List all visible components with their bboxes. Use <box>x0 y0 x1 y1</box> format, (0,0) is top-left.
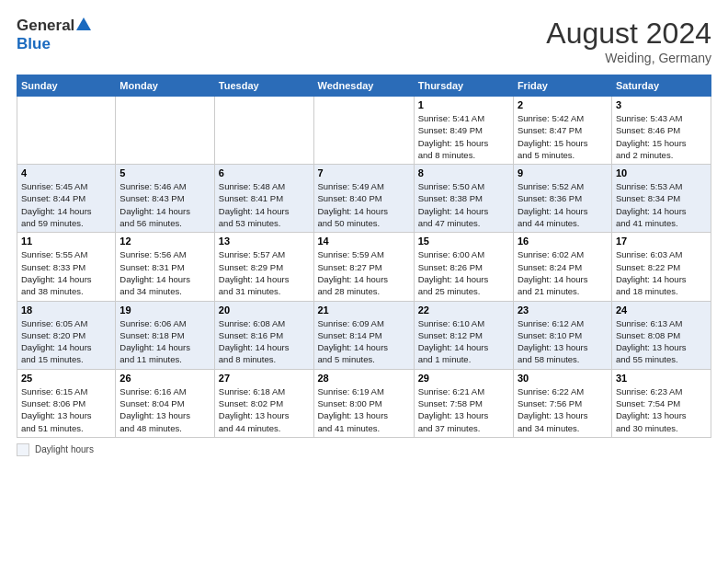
calendar-week-row: 18Sunrise: 6:05 AMSunset: 8:20 PMDayligh… <box>17 301 711 369</box>
day-info: Sunrise: 5:49 AMSunset: 8:40 PMDaylight:… <box>318 180 410 229</box>
day-info: Sunrise: 6:22 AMSunset: 7:56 PMDaylight:… <box>518 385 608 434</box>
calendar-day-header: Friday <box>513 75 611 97</box>
day-number: 4 <box>21 167 111 178</box>
calendar-cell: 20Sunrise: 6:08 AMSunset: 8:16 PMDayligh… <box>214 301 313 369</box>
calendar-cell: 28Sunrise: 6:19 AMSunset: 8:00 PMDayligh… <box>313 369 414 437</box>
calendar-cell: 7Sunrise: 5:49 AMSunset: 8:40 PMDaylight… <box>313 165 414 233</box>
day-number: 24 <box>616 304 707 316</box>
header: General Blue August 2024 Weiding, German… <box>17 17 711 65</box>
day-info: Sunrise: 5:52 AMSunset: 8:36 PMDaylight:… <box>518 180 608 229</box>
calendar-week-row: 4Sunrise: 5:45 AMSunset: 8:44 PMDaylight… <box>17 165 711 233</box>
day-info: Sunrise: 5:50 AMSunset: 8:38 PMDaylight:… <box>418 180 509 229</box>
calendar-cell: 8Sunrise: 5:50 AMSunset: 8:38 PMDaylight… <box>414 165 513 233</box>
day-number: 14 <box>318 236 410 247</box>
day-number: 11 <box>21 236 111 247</box>
calendar-day-header: Saturday <box>611 75 711 97</box>
day-number: 17 <box>616 236 707 247</box>
day-info: Sunrise: 6:09 AMSunset: 8:14 PMDaylight:… <box>318 317 410 366</box>
calendar-cell: 11Sunrise: 5:55 AMSunset: 8:33 PMDayligh… <box>17 233 116 301</box>
calendar-cell: 15Sunrise: 6:00 AMSunset: 8:26 PMDayligh… <box>414 233 513 301</box>
day-info: Sunrise: 6:10 AMSunset: 8:12 PMDaylight:… <box>418 317 509 366</box>
calendar-cell: 14Sunrise: 5:59 AMSunset: 8:27 PMDayligh… <box>313 233 414 301</box>
calendar-cell: 23Sunrise: 6:12 AMSunset: 8:10 PMDayligh… <box>513 301 611 369</box>
calendar-cell: 26Sunrise: 6:16 AMSunset: 8:04 PMDayligh… <box>116 369 214 437</box>
day-info: Sunrise: 6:15 AMSunset: 8:06 PMDaylight:… <box>21 385 111 434</box>
calendar-cell: 2Sunrise: 5:42 AMSunset: 8:47 PMDaylight… <box>513 97 611 165</box>
calendar-cell: 12Sunrise: 5:56 AMSunset: 8:31 PMDayligh… <box>116 233 214 301</box>
calendar-cell: 4Sunrise: 5:45 AMSunset: 8:44 PMDaylight… <box>17 165 116 233</box>
day-number: 18 <box>21 304 111 316</box>
footer: Daylight hours <box>17 443 711 456</box>
day-info: Sunrise: 5:56 AMSunset: 8:31 PMDaylight:… <box>119 248 210 297</box>
calendar-cell: 21Sunrise: 6:09 AMSunset: 8:14 PMDayligh… <box>313 301 414 369</box>
day-number: 13 <box>219 236 310 247</box>
day-number: 27 <box>219 373 310 384</box>
calendar-cell <box>313 97 414 165</box>
logo-icon <box>76 17 91 32</box>
day-info: Sunrise: 5:45 AMSunset: 8:44 PMDaylight:… <box>21 180 111 229</box>
logo: General Blue <box>17 17 91 53</box>
calendar-cell: 24Sunrise: 6:13 AMSunset: 8:08 PMDayligh… <box>611 301 711 369</box>
calendar-cell: 1Sunrise: 5:41 AMSunset: 8:49 PMDaylight… <box>414 97 513 165</box>
daylight-box <box>17 443 29 456</box>
calendar-week-row: 11Sunrise: 5:55 AMSunset: 8:33 PMDayligh… <box>17 233 711 301</box>
day-number: 15 <box>418 236 509 247</box>
calendar-day-header: Thursday <box>414 75 513 97</box>
day-info: Sunrise: 5:55 AMSunset: 8:33 PMDaylight:… <box>21 248 111 297</box>
title-block: August 2024 Weiding, Germany <box>546 17 711 65</box>
calendar-cell: 3Sunrise: 5:43 AMSunset: 8:46 PMDaylight… <box>611 97 711 165</box>
calendar-day-header: Monday <box>116 75 214 97</box>
day-info: Sunrise: 5:59 AMSunset: 8:27 PMDaylight:… <box>318 248 410 297</box>
logo-blue-text: Blue <box>17 35 51 52</box>
day-info: Sunrise: 6:19 AMSunset: 8:00 PMDaylight:… <box>318 385 410 434</box>
day-number: 7 <box>318 167 410 178</box>
day-number: 9 <box>518 167 608 178</box>
calendar-cell: 5Sunrise: 5:46 AMSunset: 8:43 PMDaylight… <box>116 165 214 233</box>
day-number: 2 <box>518 99 608 110</box>
calendar-day-header: Tuesday <box>214 75 313 97</box>
calendar-cell: 27Sunrise: 6:18 AMSunset: 8:02 PMDayligh… <box>214 369 313 437</box>
day-number: 1 <box>418 99 509 110</box>
day-number: 22 <box>418 304 509 316</box>
calendar-table: SundayMondayTuesdayWednesdayThursdayFrid… <box>17 75 711 438</box>
day-number: 26 <box>119 373 210 384</box>
day-info: Sunrise: 5:57 AMSunset: 8:29 PMDaylight:… <box>219 248 310 297</box>
calendar-day-header: Wednesday <box>313 75 414 97</box>
day-info: Sunrise: 6:03 AMSunset: 8:22 PMDaylight:… <box>616 248 707 297</box>
calendar-cell: 22Sunrise: 6:10 AMSunset: 8:12 PMDayligh… <box>414 301 513 369</box>
day-number: 29 <box>418 373 509 384</box>
calendar-cell <box>17 97 116 165</box>
day-info: Sunrise: 6:08 AMSunset: 8:16 PMDaylight:… <box>219 317 310 366</box>
calendar-cell: 16Sunrise: 6:02 AMSunset: 8:24 PMDayligh… <box>513 233 611 301</box>
day-info: Sunrise: 5:43 AMSunset: 8:46 PMDaylight:… <box>616 112 707 161</box>
calendar-cell: 9Sunrise: 5:52 AMSunset: 8:36 PMDaylight… <box>513 165 611 233</box>
day-info: Sunrise: 6:00 AMSunset: 8:26 PMDaylight:… <box>418 248 509 297</box>
day-number: 3 <box>616 99 707 110</box>
logo-general-text: General <box>17 17 74 35</box>
calendar-cell: 6Sunrise: 5:48 AMSunset: 8:41 PMDaylight… <box>214 165 313 233</box>
day-number: 16 <box>518 236 608 247</box>
day-info: Sunrise: 6:13 AMSunset: 8:08 PMDaylight:… <box>616 317 707 366</box>
day-number: 23 <box>518 304 608 316</box>
calendar-cell: 25Sunrise: 6:15 AMSunset: 8:06 PMDayligh… <box>17 369 116 437</box>
calendar-week-row: 1Sunrise: 5:41 AMSunset: 8:49 PMDaylight… <box>17 97 711 165</box>
day-number: 19 <box>119 304 210 316</box>
day-info: Sunrise: 5:46 AMSunset: 8:43 PMDaylight:… <box>119 180 210 229</box>
day-number: 12 <box>119 236 210 247</box>
day-info: Sunrise: 5:48 AMSunset: 8:41 PMDaylight:… <box>219 180 310 229</box>
day-number: 30 <box>518 373 608 384</box>
location: Weiding, Germany <box>546 51 711 65</box>
calendar-cell: 17Sunrise: 6:03 AMSunset: 8:22 PMDayligh… <box>611 233 711 301</box>
day-number: 21 <box>318 304 410 316</box>
day-info: Sunrise: 6:06 AMSunset: 8:18 PMDaylight:… <box>119 317 210 366</box>
calendar-day-header: Sunday <box>17 75 116 97</box>
day-number: 25 <box>21 373 111 384</box>
day-info: Sunrise: 6:12 AMSunset: 8:10 PMDaylight:… <box>518 317 608 366</box>
day-number: 20 <box>219 304 310 316</box>
day-number: 31 <box>616 373 707 384</box>
calendar-cell: 19Sunrise: 6:06 AMSunset: 8:18 PMDayligh… <box>116 301 214 369</box>
calendar-header-row: SundayMondayTuesdayWednesdayThursdayFrid… <box>17 75 711 97</box>
day-info: Sunrise: 6:16 AMSunset: 8:04 PMDaylight:… <box>119 385 210 434</box>
day-number: 6 <box>219 167 310 178</box>
calendar-cell: 29Sunrise: 6:21 AMSunset: 7:58 PMDayligh… <box>414 369 513 437</box>
